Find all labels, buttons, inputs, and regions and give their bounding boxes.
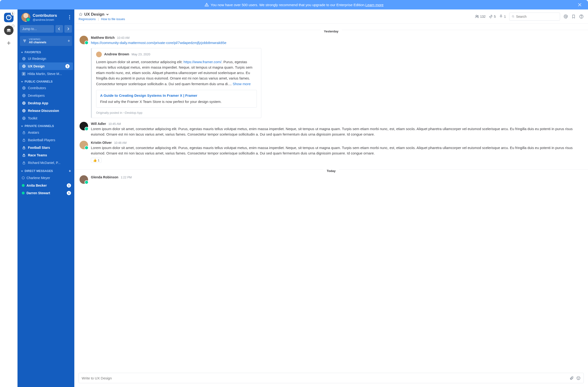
sidebar-item-toolkit[interactable]: Toolkit [18, 115, 74, 122]
sidebar-item-group-message[interactable]: 2 Hilda Martin, Steve M... [18, 70, 74, 77]
sidebar-dm-charlene[interactable]: Charlene Meyer [18, 174, 74, 182]
post-time: 10:43 AM [117, 36, 129, 39]
composer-input[interactable] [82, 376, 567, 380]
sidebar-item-label: Desktop App [28, 101, 48, 105]
sidebar-header[interactable]: Contributors @andrew.brown [18, 9, 74, 25]
emoji-button[interactable] [576, 376, 581, 380]
section-header-favorites[interactable]: FAVORITES [18, 48, 74, 55]
sidebar-item-label: Hilda Martin, Steve M... [27, 72, 62, 76]
channel-title-button[interactable]: UX Design [79, 12, 125, 17]
sidebar-menu-button[interactable] [68, 14, 71, 21]
warning-icon [205, 3, 209, 7]
post-link[interactable]: https://community-daily.mattermost.com/p… [91, 41, 226, 45]
filter-value: All channels [29, 41, 46, 44]
sidebar-item-label: Toolkit [28, 116, 37, 120]
channel-sublink-how-to-file[interactable]: How to file issues [101, 17, 125, 21]
server-rail: 1 [0, 9, 18, 387]
globe-icon [22, 117, 26, 120]
server-badge: 1 [11, 11, 15, 16]
announcement-link[interactable]: Learn more [365, 3, 384, 7]
saved-button[interactable]: 1 [499, 14, 506, 19]
channel-header: UX Design Regressions | How to file issu… [74, 9, 588, 24]
user-avatar[interactable] [21, 13, 30, 22]
sidebar-item-label: Basketball Players [28, 138, 55, 142]
post-avatar[interactable] [80, 36, 88, 44]
svg-point-11 [69, 15, 70, 16]
link-preview-card[interactable]: A Guide to Creating Design Systems In Fr… [96, 90, 257, 108]
post: Kristin Oliver 10:48 AM Lorem ipsum dolo… [74, 139, 588, 165]
date-separator-today: Today [74, 169, 588, 170]
sidebar-item-desktop-app[interactable]: Desktop App [18, 99, 74, 107]
sidebar-item-developers[interactable]: Developers [18, 92, 74, 99]
pinned-button[interactable]: 5 [489, 14, 496, 19]
svg-point-47 [565, 16, 567, 17]
section-header-public[interactable]: PUBLIC CHANNELS [18, 77, 74, 84]
sidebar-item-release-discussion[interactable]: Release Discussion [18, 107, 74, 115]
announcement-close-button[interactable] [578, 3, 583, 6]
post-body: Lorem ipsum dolor sit amet, consectetur … [91, 145, 583, 156]
attach-button[interactable] [569, 376, 574, 380]
history-back-button[interactable] [55, 25, 63, 33]
post-avatar[interactable] [80, 122, 88, 130]
saved-posts-button[interactable] [571, 14, 576, 19]
post-author[interactable]: Kristin Oliver [91, 141, 112, 145]
mentions-button[interactable] [563, 14, 568, 19]
sidebar-item-race-teams[interactable]: Race Teams [18, 151, 74, 159]
post-avatar[interactable] [80, 175, 88, 184]
post: Matthew Birtch 10:43 AM https://communit… [74, 34, 588, 120]
sidebar-item-richard-gm[interactable]: Richard McDaniel, P... [18, 159, 74, 167]
pinned-count: 5 [494, 15, 496, 19]
add-server-button[interactable] [4, 38, 14, 48]
post-time: 10:48 AM [114, 141, 127, 145]
status-online-icon [22, 192, 25, 194]
reaction-button[interactable]: 👍 1 [91, 158, 102, 163]
sidebar-item-contributors[interactable]: Contributors [18, 84, 74, 92]
svg-point-12 [69, 17, 70, 18]
lock-icon [22, 131, 26, 134]
help-icon [579, 14, 584, 19]
section-header-dm[interactable]: DIRECT MESSAGES + [18, 167, 74, 174]
help-button[interactable] [579, 14, 584, 19]
jump-to-input[interactable]: Jump to... [20, 25, 54, 33]
sidebar-item-basketball[interactable]: Basketball Players [18, 136, 74, 144]
members-button[interactable]: 132 [475, 14, 485, 19]
message-list[interactable]: Yesterday Matthew Birtch 10:43 AM https:… [74, 24, 588, 373]
add-dm-button[interactable]: + [69, 169, 71, 173]
channel-sublink-regressions[interactable]: Regressions [79, 17, 96, 21]
svg-point-1 [206, 5, 207, 6]
server-mattermost[interactable]: 1 [4, 13, 14, 22]
server-unread-dot [12, 25, 14, 27]
sidebar-dm-anita[interactable]: Anita Becker1 [18, 182, 74, 189]
sidebar-item-label: Release Discussion [28, 109, 59, 113]
reaction-emoji: 👍 [93, 158, 97, 162]
sidebar-item-avatars[interactable]: Avatars [18, 129, 74, 136]
svg-point-6 [7, 30, 8, 32]
post-author[interactable]: Matthew Birtch [91, 36, 115, 39]
sidebar-item-ui-redesign[interactable]: UI Redesign [18, 55, 74, 62]
post-author[interactable]: Will Adler [91, 122, 106, 126]
chevron-down-icon [21, 80, 23, 83]
channel-filter[interactable]: VIEWING: All channels + [20, 36, 72, 46]
section-label: PUBLIC CHANNELS [25, 80, 53, 83]
search-box[interactable] [509, 13, 560, 20]
post: Will Adler 10:45 AM Lorem ipsum dolor si… [74, 120, 588, 139]
section-header-private[interactable]: PRIVATE CHANNELS [18, 122, 74, 129]
server-incognito[interactable] [4, 26, 14, 35]
message-composer[interactable] [79, 373, 584, 383]
post-avatar[interactable] [80, 141, 88, 149]
filter-add-button[interactable]: + [67, 39, 70, 43]
sidebar-item-football[interactable]: Football Stars [18, 144, 74, 151]
sidebar-item-label: Contributors [28, 86, 46, 90]
attachment-inline-link[interactable]: https://www.framer.com/ [184, 60, 221, 64]
user-handle: @andrew.brown [33, 18, 68, 21]
channel-sublinks: Regressions | How to file issues [79, 17, 125, 21]
sidebar-dm-darren[interactable]: Darren Stewart1 [18, 189, 74, 197]
sidebar-item-ux-design[interactable]: UX Design 1 [19, 62, 73, 70]
show-more-button[interactable]: Show more [233, 82, 251, 86]
search-input[interactable] [516, 15, 557, 19]
arrow-right-icon [66, 27, 70, 31]
post-time: 10:45 AM [108, 122, 121, 126]
search-icon [512, 15, 515, 19]
post-author[interactable]: Glenda Robinson [91, 175, 118, 179]
history-forward-button[interactable] [64, 25, 72, 33]
